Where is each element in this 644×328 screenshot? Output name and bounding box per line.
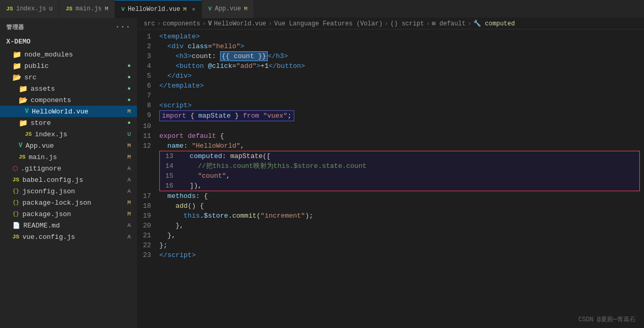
badge-dot: ● (127, 74, 131, 80)
code-line-13: 13 computed: mapState([ (160, 151, 639, 161)
js-icon: JS (65, 6, 72, 12)
folder-icon: 📁 (12, 50, 21, 59)
tab-badge: U (49, 6, 53, 12)
folder-icon: 📁 (19, 84, 28, 93)
sidebar-item-label: components (31, 96, 71, 104)
js-icon: JS (25, 131, 32, 137)
sidebar-more-button[interactable]: ··· (115, 22, 131, 32)
badge-m: M (127, 108, 131, 115)
tab-main-js[interactable]: JS main.js M (59, 0, 115, 18)
bc-script: () script (390, 20, 424, 27)
tab-bar: JS index.js U JS main.js M V HelloWorld.… (0, 0, 644, 18)
code-line-4: 4 <button @click="add">+1</button> (138, 61, 644, 71)
badge-a: A (127, 234, 131, 240)
project-name: X-DEMO (0, 36, 137, 49)
code-line-19: 19 this.$store.commit("increment"); (138, 211, 644, 221)
sidebar-item-label: README.md (23, 222, 60, 230)
badge-u: U (127, 131, 131, 137)
bc-file: HelloWorld.vue (214, 20, 266, 27)
sidebar-item-gitignore[interactable]: ⬡ .gitignore A (0, 163, 137, 174)
badge-dot: ● (127, 63, 131, 69)
tab-badge: M (183, 6, 187, 12)
sidebar-item-label: App.vue (25, 142, 54, 150)
tab-label: main.js (76, 5, 102, 12)
sidebar-item-vue-config[interactable]: JS vue.config.js A (0, 231, 137, 243)
sidebar-item-label: package-lock.json (22, 199, 91, 207)
sidebar: 管理器 ··· X-DEMO 📁 node_modules 📁 public ●… (0, 18, 138, 328)
sidebar-item-package-lock[interactable]: {} package-lock.json M (0, 197, 137, 208)
code-line-20: 20 }, (138, 221, 644, 231)
sidebar-item-label: vue.config.js (22, 233, 75, 241)
badge-m: M (127, 142, 131, 149)
computed-block: 13 computed: mapState([ 14 //把this.count… (159, 151, 640, 191)
badge-a: A (127, 222, 131, 229)
sidebar-item-store[interactable]: 📁 store ● (0, 117, 137, 129)
sidebar-item-src[interactable]: 📂 src ● (0, 72, 137, 83)
badge-a: A (127, 177, 131, 183)
sidebar-title: 管理器 (6, 23, 24, 31)
code-line-18: 18 add() { (138, 201, 644, 211)
sidebar-item-jsconfig[interactable]: {} jsconfig.json A (0, 186, 137, 197)
tab-hello-world-vue[interactable]: V HelloWorld.vue M ✕ (115, 0, 202, 18)
main-area: 管理器 ··· X-DEMO 📁 node_modules 📁 public ●… (0, 18, 644, 328)
sidebar-item-label: babel.config.js (22, 176, 83, 184)
js-icon: JS (19, 154, 25, 160)
code-line-11: 11 export default { (138, 131, 644, 141)
sidebar-item-label: package.json (22, 210, 71, 218)
sidebar-item-label: HelloWorld.vue (32, 108, 88, 116)
js-icon: JS (12, 234, 19, 240)
code-line-22: 22 }; (138, 240, 644, 250)
tab-badge: M (244, 6, 248, 12)
code-line-2: 2 <div class="hello"> (138, 41, 644, 51)
badge-a: A (127, 165, 131, 172)
code-line-15: 15 "count", (160, 171, 639, 181)
code-line-12: 12 name: "HelloWorld", (138, 141, 644, 151)
editor-area: src › components › V HelloWorld.vue › Vu… (138, 18, 644, 328)
json-icon: {} (12, 199, 19, 206)
md-icon: 📄 (12, 222, 20, 230)
code-line-1: 1 <template> (138, 32, 644, 41)
folder-icon: 📁 (12, 62, 21, 70)
code-line-21: 21 }, (138, 231, 644, 240)
vue-icon: V (25, 108, 29, 115)
tab-index-js[interactable]: JS index.js U (0, 0, 59, 18)
folder-icon: 📂 (12, 73, 21, 82)
tab-label: HelloWorld.vue (128, 6, 180, 13)
tab-label: index.js (16, 5, 46, 12)
sidebar-item-package[interactable]: {} package.json M (0, 208, 137, 220)
tab-badge: M (105, 6, 108, 12)
js-icon: JS (12, 177, 19, 183)
sidebar-item-babel-config[interactable]: JS babel.config.js A (0, 174, 137, 186)
code-line-17: 17 methods: { (138, 191, 644, 201)
code-container[interactable]: 1 <template> 2 <div class="hello"> 3 <h3… (138, 30, 644, 328)
bc-components: components (163, 20, 200, 27)
sidebar-item-hello-world-vue[interactable]: V HelloWorld.vue M (0, 106, 137, 117)
folder-icon: 📁 (19, 119, 28, 127)
badge-dot: ● (127, 97, 131, 103)
tab-app-vue[interactable]: V App.vue M (202, 0, 254, 18)
bc-default: ⊞ default (432, 20, 465, 27)
tab-close-button[interactable]: ✕ (192, 6, 196, 12)
json-icon: {} (12, 211, 19, 217)
sidebar-item-label: src (24, 74, 36, 81)
badge-m: M (127, 211, 131, 217)
sidebar-item-main-js[interactable]: JS main.js M (0, 151, 137, 163)
sidebar-item-label: .gitignore (21, 165, 61, 173)
code-line-10: 10 (138, 121, 644, 131)
sidebar-item-node-modules[interactable]: 📁 node_modules (0, 49, 137, 60)
sidebar-item-label: public (24, 62, 49, 70)
bc-src: src (144, 20, 155, 27)
code-line-6: 6 </template> (138, 81, 644, 91)
sidebar-item-app-vue[interactable]: V App.vue M (0, 140, 137, 151)
bc-volar: Vue Language Features (Volar) (274, 20, 382, 27)
sidebar-item-readme[interactable]: 📄 README.md A (0, 220, 137, 231)
vue-icon: V (121, 6, 125, 12)
sidebar-item-label: node_modules (24, 51, 73, 59)
sidebar-item-components[interactable]: 📂 components ● (0, 94, 137, 106)
badge-dot: ● (127, 85, 131, 92)
sidebar-item-public[interactable]: 📁 public ● (0, 60, 137, 72)
sidebar-item-index-js[interactable]: JS index.js U (0, 129, 137, 140)
code-line-23: 23 </script> (138, 250, 644, 260)
tab-label: App.vue (215, 5, 241, 12)
sidebar-item-assets[interactable]: 📁 assets ● (0, 83, 137, 94)
